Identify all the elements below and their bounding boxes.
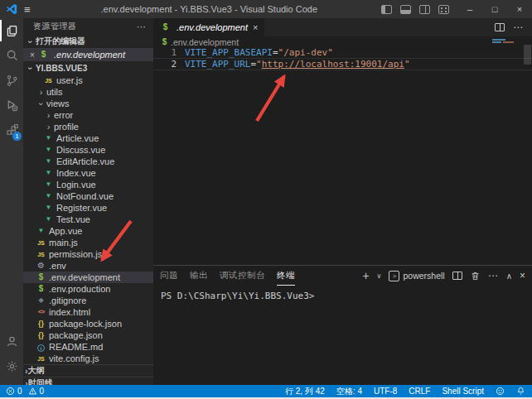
status-item[interactable]: 行 2, 列 42 xyxy=(285,386,325,397)
activity-bar-run-debug-icon[interactable] xyxy=(0,93,23,118)
problems-status[interactable]: 0 0 xyxy=(0,387,44,396)
tree-item-label: NotFound.vue xyxy=(56,191,114,201)
more-actions-icon[interactable]: ⋯ xyxy=(513,22,524,33)
timeline-section[interactable]: › 时间线 xyxy=(23,377,153,385)
code-line-2[interactable]: 2VITE_APP_URL="http://localhost:19001/ap… xyxy=(153,58,532,70)
tree-item-index-html[interactable]: <>index.html xyxy=(23,306,153,318)
tree-item-vite-config-js[interactable]: JSvite.config.js xyxy=(23,353,153,364)
tree-item-login-vue[interactable]: ▼Login.vue xyxy=(23,179,153,190)
status-item[interactable]: Shell Script xyxy=(442,387,484,396)
toggle-sidebar-icon[interactable] xyxy=(381,5,392,14)
code-line-1[interactable]: 1VITE_APP_BASEAPI="/api-dev" xyxy=(153,47,532,58)
close-panel-icon[interactable]: × xyxy=(520,270,525,281)
minimap[interactable] xyxy=(492,39,520,44)
tree-item-register-vue[interactable]: ▼Register.vue xyxy=(23,202,153,214)
tree-item-notfound-vue[interactable]: ▼NotFound.vue xyxy=(23,190,153,202)
tree-item-profile[interactable]: ›profile xyxy=(23,121,153,132)
customize-layout-icon[interactable] xyxy=(438,5,449,14)
tree-item-label: utils xyxy=(46,87,63,97)
terminal-output[interactable]: PS D:\CSharp\Yi\Yi.BBS.Vue3> xyxy=(153,286,532,301)
chevron-right-icon: › xyxy=(43,123,54,132)
tree-item-app-vue[interactable]: ▼App.vue xyxy=(23,225,153,237)
tree-item-user-js[interactable]: JSuser.js xyxy=(23,75,153,86)
tree-item-label: Index.vue xyxy=(56,168,96,178)
terminal-dropdown-icon[interactable]: ∨ xyxy=(377,272,382,280)
panel-tab-终端[interactable]: 终端 xyxy=(277,266,295,286)
activity-bar-explorer-icon[interactable] xyxy=(0,18,23,43)
env-file-icon: $ xyxy=(160,38,169,46)
tree-item-editarticle-vue[interactable]: ▼EditArticle.vue xyxy=(23,156,153,167)
tree-item-views[interactable]: ›views xyxy=(23,98,153,109)
editor-scrollbar[interactable] xyxy=(524,45,531,65)
notifications-bell-icon[interactable] xyxy=(516,387,525,396)
more-actions-icon[interactable]: ⋯ xyxy=(137,22,147,32)
vue-file-icon: ▼ xyxy=(43,147,54,153)
env-file-icon: $ xyxy=(38,50,49,59)
open-editor-item[interactable]: × $ .env.development xyxy=(23,48,153,61)
new-terminal-icon[interactable]: + xyxy=(362,269,369,282)
line-number: 2 xyxy=(153,59,185,70)
minimize-button[interactable]: – xyxy=(457,0,482,18)
activity-bar-search-icon[interactable] xyxy=(0,43,23,68)
toggle-secondary-sidebar-icon[interactable] xyxy=(419,5,430,14)
title-bar: ≡ .env.development - Yi.BBS.Vue3 - Visua… xyxy=(0,0,532,18)
tree-item-label: .env.development xyxy=(49,272,120,282)
tree-item-label: vite.config.js xyxy=(49,353,99,363)
tree-item--env-production[interactable]: $.env.production xyxy=(23,283,153,295)
code-editor[interactable]: 1VITE_APP_BASEAPI="/api-dev"2VITE_APP_UR… xyxy=(153,47,532,70)
project-header[interactable]: › YI.BBS.VUE3 xyxy=(23,61,153,75)
activity-bar: 1 xyxy=(0,18,23,385)
tree-item--gitignore[interactable]: ◆.gitignore xyxy=(23,295,153,306)
tree-item-article-vue[interactable]: ▼Article.vue xyxy=(23,132,153,144)
tab-env-development[interactable]: $ .env.development × xyxy=(153,18,265,36)
tree-item-utils[interactable]: ›utils xyxy=(23,86,153,98)
kill-terminal-icon[interactable] xyxy=(470,271,481,281)
status-item[interactable]: CRLF xyxy=(409,387,430,396)
env-file-icon: $ xyxy=(160,23,171,31)
tree-item-index-vue[interactable]: ▼Index.vue xyxy=(23,167,153,179)
breadcrumb[interactable]: $ .env.development xyxy=(153,36,532,47)
tree-item-package-lock-json[interactable]: {}package-lock.json xyxy=(23,318,153,329)
tree-item-main-js[interactable]: JSmain.js xyxy=(23,237,153,248)
activity-bar-extensions-icon[interactable]: 1 xyxy=(0,118,23,142)
activity-bar-source-control-icon[interactable] xyxy=(0,68,23,93)
chevron-down-icon: › xyxy=(26,63,35,74)
split-editor-icon[interactable] xyxy=(495,23,505,31)
terminal-shell-select[interactable]: > powershell xyxy=(389,271,444,281)
tree-item--env-development[interactable]: $.env.development xyxy=(23,272,153,283)
sidebar-header: 资源管理器 ⋯ xyxy=(23,18,153,35)
menu-icon[interactable]: ≡ xyxy=(24,3,31,16)
panel-header: 问题输出调试控制台终端 + ∨ > powershell ⋯ ∧ × xyxy=(153,266,532,286)
feedback-icon[interactable] xyxy=(496,387,505,396)
status-item[interactable]: UTF-8 xyxy=(374,387,397,396)
tree-item-test-vue[interactable]: ▼Test.vue xyxy=(23,214,153,225)
toggle-panel-icon[interactable] xyxy=(400,5,411,14)
gear-file-icon: ⚙ xyxy=(36,262,46,270)
tree-item-label: Register.vue xyxy=(56,203,107,213)
activity-bar-account-icon[interactable] xyxy=(0,329,23,353)
maximize-panel-icon[interactable]: ∧ xyxy=(506,272,512,281)
tree-item--env[interactable]: ⚙.env xyxy=(23,260,153,272)
more-actions-icon[interactable]: ⋯ xyxy=(488,270,499,281)
maximize-button[interactable]: □ xyxy=(482,0,507,18)
panel-tab-问题[interactable]: 问题 xyxy=(160,266,178,286)
close-icon[interactable]: × xyxy=(27,50,38,60)
tree-item-error[interactable]: ›error xyxy=(23,109,153,121)
panel-actions: + ∨ > powershell ⋯ ∧ × xyxy=(362,269,525,282)
tree-item-package-json[interactable]: {}package.json xyxy=(23,329,153,341)
close-button[interactable]: × xyxy=(507,0,532,18)
activity-bar-settings-icon[interactable] xyxy=(0,353,23,378)
open-editors-header[interactable]: › 打开的编辑器 xyxy=(23,35,153,48)
error-count: 0 xyxy=(17,387,22,396)
close-tab-icon[interactable]: × xyxy=(253,22,258,32)
tree-item-readme-md[interactable]: iREADME.md xyxy=(23,341,153,353)
tree-item-permission-js[interactable]: JSpermission.js xyxy=(23,248,153,260)
status-item[interactable]: 空格: 4 xyxy=(336,386,362,397)
vue-file-icon: ▼ xyxy=(43,193,54,200)
tree-item-discuss-vue[interactable]: ▼Discuss.vue xyxy=(23,144,153,156)
outline-section[interactable]: › 大纲 xyxy=(23,364,153,377)
split-terminal-icon[interactable] xyxy=(452,272,462,280)
panel-tab-调试控制台[interactable]: 调试控制台 xyxy=(220,266,265,286)
panel-tab-输出[interactable]: 输出 xyxy=(190,266,208,286)
tree-item-label: views xyxy=(46,99,70,108)
